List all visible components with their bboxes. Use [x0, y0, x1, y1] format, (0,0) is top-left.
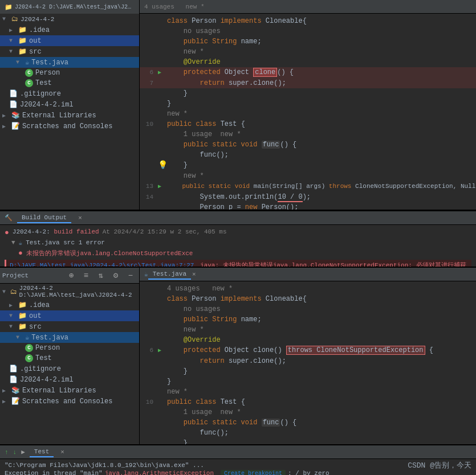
code-line: Person p = new Person(); [140, 202, 476, 210]
build-tree-line: ▼ ☕ Test.java src 1 error [5, 238, 471, 248]
tree-item-out-b[interactable]: ▼ 📁 out [0, 310, 139, 321]
build-error-text: 未报告的异常错误java.lang.CloneNotSupportedExce [26, 249, 193, 257]
line-content: public static void main(String[] args) t… [167, 181, 476, 191]
tree-label: src [29, 323, 42, 331]
line-content: 1 usage new * [167, 129, 476, 140]
line-number: 13 [140, 181, 158, 191]
list-button[interactable]: ≡ [80, 269, 92, 282]
run-close-button[interactable]: × [60, 449, 64, 456]
add-button[interactable]: ⊕ [65, 269, 78, 282]
error-path[interactable]: D:\JAVE.MA\test_java\J2024-4-2\src\Test.… [10, 262, 194, 267]
code-line: } [140, 366, 476, 376]
tree-item-test-class[interactable]: C Test [0, 78, 139, 88]
line-content: class Person implements Cloneable{ [167, 294, 476, 304]
line-content: new * [167, 325, 476, 335]
tree-label: J2024-4-2.iml [20, 101, 74, 109]
create-breakpoint-btn[interactable]: Create breakpoint [221, 470, 286, 475]
tree-item-src-b[interactable]: ▼ 📁 src [0, 321, 139, 332]
close-sidebar-button[interactable]: − [124, 269, 137, 282]
run-cmd-text: "C:\Program Files\Java\jdk1.8.0_192\bin\… [5, 462, 204, 469]
code-line-7: 7 return super.clone(); [140, 78, 476, 88]
tree-item-ext-libs-b[interactable]: ▶ 📚 External Libraries [0, 385, 139, 396]
line-content: } [167, 160, 476, 170]
run-exception-line: Exception in thread "main" java.lang.Ari… [5, 469, 471, 475]
run-panel: ↑ ↓ ▶ Test × "C:\Program Files\Java\jdk1… [0, 444, 476, 475]
chevron-down-icon: ▼ [2, 16, 9, 22]
code-line: } [140, 99, 476, 109]
chevron-down-icon: ▼ [16, 59, 23, 65]
line-content: class Person implements Cloneable{ [167, 16, 476, 26]
build-output-tab[interactable]: Build Output [17, 213, 71, 223]
build-close-button[interactable]: × [78, 215, 82, 222]
line-content: public class Test { [167, 119, 476, 129]
chevron-right-icon: ▶ [2, 387, 9, 394]
run-arrow-up-button[interactable]: ↑ [5, 449, 9, 456]
build-error-item[interactable]: ● 未报告的异常错误java.lang.CloneNotSupportedExc… [5, 248, 471, 259]
run-arrow-down-button[interactable]: ↓ [13, 449, 17, 456]
run-cmd-line: "C:\Program Files\Java\jdk1.8.0_192\bin\… [5, 461, 471, 469]
chevron-down-icon: ▼ [16, 334, 23, 341]
code-line: new * [140, 325, 476, 335]
line-content: @Override [167, 335, 476, 345]
error-icon: ● [18, 249, 23, 257]
code-line-14: 14 System.out.println(10 / 0); [140, 192, 476, 202]
code-content-bottom[interactable]: 4 usages new * class Person implements C… [140, 281, 476, 444]
sort-button[interactable]: ⇅ [95, 269, 107, 282]
tree-item-scratches-b[interactable]: ▶ 📝 Scratches and Consoles [0, 396, 139, 407]
folder-icon: 📁 [18, 322, 27, 331]
tree-item-project[interactable]: ▼ 🗂 J2024-4-2 [0, 14, 139, 24]
tree-item-scratches[interactable]: ▶ 📝 Scratches and Consoles [0, 121, 139, 132]
line-gutter: ▶ [158, 345, 167, 356]
run-tab[interactable]: Test [30, 447, 54, 457]
line-number: 10 [140, 397, 158, 407]
tree-label: .gitignore [20, 90, 61, 98]
code-header-top: 4 usages new * [140, 0, 476, 14]
code-tab-testjava[interactable]: Test.java [148, 269, 191, 280]
code-line-6-b: 6 ▶ protected Object clone() throws Clon… [140, 345, 476, 356]
tree-item-project-b[interactable]: ▼ 🗂 J2024-4-2 D:\JAVE.MA\test_java\J2024… [0, 284, 139, 300]
line-content: public static void func() { [167, 417, 476, 428]
chevron-down-icon: ▼ [9, 324, 16, 330]
tree-item-testjava[interactable]: ▼ ☕ Test.java [0, 57, 139, 68]
class-icon: C [25, 354, 33, 362]
tree-item-person[interactable]: C Person [0, 68, 139, 78]
chevron-down-icon: ▼ [2, 289, 8, 295]
tree-item-ext-libs[interactable]: ▶ 📚 External Libraries [0, 110, 139, 121]
sidebar-header-top: 📁 J2024-4-2 D:\JAVE.MA\test_java\J2024-4… [0, 0, 139, 14]
tree-item-test-class-b[interactable]: C Test [0, 353, 139, 363]
line-content: new * [167, 109, 476, 119]
tree-label: J2024-4-2 D:\JAVE.MA\test_java\J2024-4-2 [19, 285, 139, 298]
chevron-right-icon: ▶ [2, 398, 9, 405]
tree-item-gitignore-b[interactable]: 📄 .gitignore [0, 363, 139, 374]
tree-item-out[interactable]: ▼ 📁 out [0, 35, 139, 46]
tree-item-src[interactable]: ▼ 📁 src [0, 46, 139, 57]
line-content: } [167, 438, 476, 444]
code-line: new * [140, 387, 476, 397]
class-icon: C [25, 344, 33, 352]
code-line: func(); [140, 428, 476, 438]
line-content: public String name; [167, 36, 476, 47]
build-panel: 🔨 Build Output × ● J2024-4-2: build fail… [0, 211, 476, 268]
line-content: no usages [167, 26, 476, 36]
code-line: public String name; [140, 314, 476, 325]
tree-label: .idea [29, 301, 50, 309]
code-content-top[interactable]: class Person implements Cloneable{ no us… [140, 14, 476, 210]
line-number: 6 [140, 345, 158, 355]
line-content: } [167, 88, 476, 99]
tree-item-idea[interactable]: ▶ 📁 .idea [0, 24, 139, 35]
bottom-section: Project ⊕ ≡ ⇅ ⚙ − ▼ 🗂 J2024-4-2 D:\JAVE.… [0, 268, 476, 444]
tree-item-testjava-b[interactable]: ▼ ☕ Test.java [0, 332, 139, 343]
code-line-6: 6 ▶ protected Object clone() { [140, 67, 476, 78]
settings-button[interactable]: ⚙ [109, 269, 122, 282]
code-tab-close[interactable]: × [192, 271, 196, 278]
tree-item-person-b[interactable]: C Person [0, 343, 139, 353]
code-line: 1 usage new * [140, 407, 476, 417]
tree-item-iml[interactable]: 📄 J2024-4-2.iml [0, 99, 139, 110]
chevron-down-icon: ▼ [11, 239, 15, 246]
tree-item-idea-b[interactable]: ▶ 📁 .idea [0, 300, 139, 310]
line-content: func(); [167, 428, 476, 438]
tree-item-gitignore[interactable]: 📄 .gitignore [0, 88, 139, 99]
tree-label: J2024-4-2 [21, 16, 54, 23]
tree-item-iml-b[interactable]: 📄 J2024-4-2.iml [0, 374, 139, 385]
build-panel-header: 🔨 Build Output × [0, 211, 476, 225]
